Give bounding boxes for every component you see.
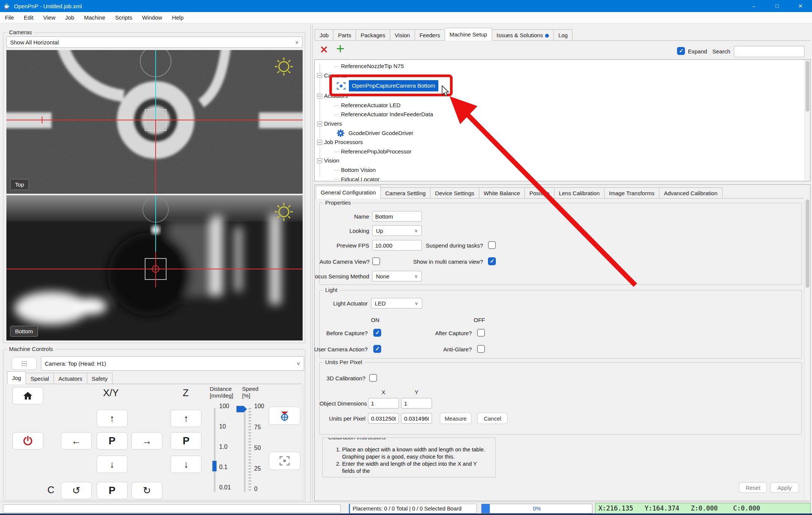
tab-device-settings[interactable]: Device Settings [430,187,479,199]
object-dimension-y-input[interactable] [401,398,432,409]
menu-job[interactable]: Job [60,12,79,23]
tree-item-nozzletip[interactable]: ReferenceNozzleTip N75 [315,62,810,71]
calib3d-checkbox[interactable] [369,374,377,382]
jog-z-minus-button[interactable]: ↓ [171,456,201,473]
menu-window[interactable]: Window [137,12,167,23]
minimize-button[interactable]: – [742,0,765,12]
before-capture-checkbox[interactable] [373,329,381,337]
park-xy-button[interactable]: P [97,432,127,450]
auto-camera-view-checkbox[interactable] [372,257,380,265]
search-input[interactable] [734,46,804,57]
focus-method-select[interactable]: None ∨ [372,271,422,281]
tree-delete-button[interactable]: ✕ [318,44,330,55]
position-camera-over-location-button[interactable] [269,407,300,425]
home-button[interactable] [12,387,43,404]
jog-z-plus-button[interactable]: ↑ [171,410,201,427]
collapse-toggle-icon[interactable] [317,122,322,126]
tree-group-actuators[interactable]: Actuators [315,91,810,101]
looking-select[interactable]: Up ∨ [372,225,422,236]
after-capture-checkbox[interactable] [477,329,485,337]
speed-slider[interactable] [244,408,245,492]
camera-view-top[interactable]: Top [6,50,303,194]
tab-log[interactable]: Log [554,29,573,41]
collapse-toggle-icon[interactable] [317,140,322,145]
tab-issues-solutions[interactable]: Issues & Solutions [492,29,554,41]
tree-scrollbar[interactable] [804,60,810,181]
tree-item-actuator-indexfeeder[interactable]: ReferenceActuator IndexFeederData [315,110,810,119]
user-camera-action-checkbox[interactable] [373,345,381,353]
tab-advanced-calibration[interactable]: Advanced Calibration [659,187,723,199]
menu-help[interactable]: Help [167,12,188,23]
tab-white-balance[interactable]: White Balance [479,187,525,199]
camera-view-bottom[interactable]: Bottom [6,195,303,340]
tab-general-configuration[interactable]: General Configuration [316,186,381,199]
distance-slider[interactable] [214,408,215,492]
tab-machine-setup[interactable]: Machine Setup [445,28,492,41]
tab-safety[interactable]: Safety [87,373,113,384]
anti-glare-checkbox[interactable] [477,345,485,353]
cancel-button[interactable]: Cancel [477,413,508,424]
menu-edit[interactable]: Edit [19,12,38,23]
tab-parts[interactable]: Parts [333,29,356,41]
jog-x-minus-button[interactable]: ← [61,432,92,450]
light-actuator-select[interactable]: LED ∨ [371,298,422,308]
park-z-button[interactable]: P [171,432,201,450]
menu-file[interactable]: File [0,12,19,23]
tab-job[interactable]: Job [315,29,333,41]
jog-c-ccw-button[interactable]: ↺ [61,482,92,499]
park-c-button[interactable]: P [97,482,127,499]
jog-target-select[interactable]: Camera: Top (Head: H1) ∨ [41,356,304,371]
capture-camera-location-button[interactable] [269,452,300,470]
units-per-pixel-y-input[interactable] [401,413,432,424]
tree-item-bottom-vision[interactable]: Bottom Vision [315,166,810,175]
power-button[interactable] [12,432,43,450]
collapse-controls-button[interactable] [12,357,36,370]
maximize-button[interactable]: □ [765,0,789,12]
jog-y-minus-button[interactable]: ↓ [97,456,127,473]
menu-machine[interactable]: Machine [79,12,110,23]
tree-item-actuator-led[interactable]: ReferenceActuator LED [315,101,810,110]
jog-x-plus-button[interactable]: → [132,432,162,450]
tree-item-gcodedriver[interactable]: GcodeDriver GcodeDriver [315,129,810,138]
tab-image-transforms[interactable]: Image Transforms [604,187,659,199]
menu-scripts[interactable]: Scripts [110,12,137,23]
camera-view-mode-select[interactable]: Show All Horizontal ∨ [6,36,303,48]
tab-actuators[interactable]: Actuators [54,373,87,384]
tree-item-capture-camera[interactable]: OpenPnpCaptureCamera Bottom [315,80,810,91]
collapse-toggle-icon[interactable] [317,158,322,163]
tree-add-button[interactable]: + [334,41,347,56]
name-input[interactable] [372,211,422,222]
jog-y-plus-button[interactable]: ↑ [97,410,127,427]
tree-item-pnpjobprocessor[interactable]: ReferencePnpJobProcessor [315,147,810,156]
tab-special[interactable]: Special [26,373,54,384]
tree-group-vision[interactable]: Vision [315,156,810,166]
tree-scrollbar-thumb[interactable] [806,61,809,112]
menu-view[interactable]: View [38,12,60,23]
measure-button[interactable]: Measure [440,413,471,424]
tab-lens-calibration[interactable]: Lens Calibration [554,187,604,199]
apply-button[interactable]: Apply [770,482,799,493]
config-scrollbar-thumb[interactable] [806,199,809,288]
tab-packages[interactable]: Packages [356,29,390,41]
close-button[interactable]: ✕ [789,0,812,12]
jog-c-cw-button[interactable]: ↻ [132,482,162,499]
tree-item-fiducal-locator[interactable]: Fiducal Locator [315,175,810,181]
reset-button[interactable]: Reset [739,482,767,493]
tab-vision[interactable]: Vision [390,29,415,41]
tab-jog[interactable]: Jog [7,371,26,384]
config-scrollbar[interactable] [804,199,810,501]
collapse-toggle-icon[interactable] [317,73,322,78]
suspend-checkbox[interactable] [488,241,496,249]
expand-checkbox[interactable] [677,47,685,55]
tab-position[interactable]: Position [525,187,554,199]
tree-group-cameras[interactable]: Cameras [315,71,810,81]
units-per-pixel-x-input[interactable] [368,413,399,424]
object-dimension-x-input[interactable] [368,398,399,409]
tree-group-job-processors[interactable]: Job Processors [315,138,810,147]
tab-feeders[interactable]: Feeders [415,29,445,41]
tab-camera-settling[interactable]: Camera Settling [381,187,431,199]
tree-group-drivers[interactable]: Drivers [315,119,810,129]
panel-splitter[interactable] [311,25,313,501]
collapse-toggle-icon[interactable] [317,94,322,99]
multi-camera-view-checkbox[interactable] [488,257,496,265]
